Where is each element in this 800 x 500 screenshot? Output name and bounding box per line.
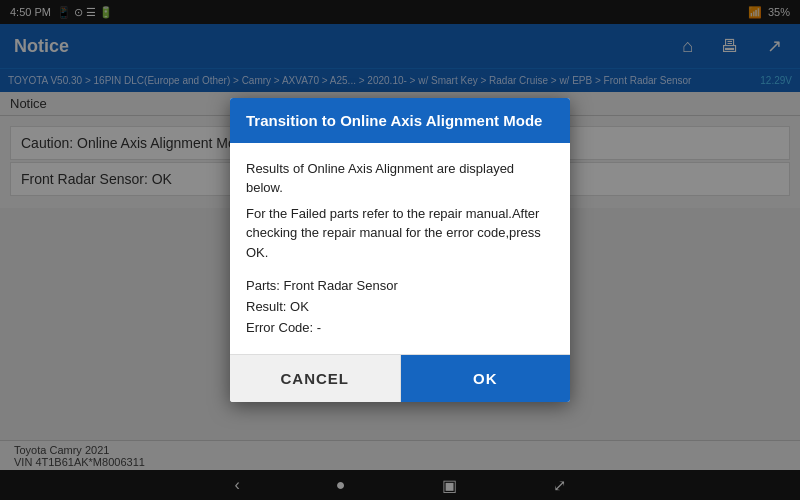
dialog-title: Transition to Online Axis Alignment Mode: [246, 112, 542, 129]
dialog-body: Results of Online Axis Alignment are dis…: [230, 143, 570, 355]
dialog-body-line1: Results of Online Axis Alignment are dis…: [246, 159, 554, 198]
parts-label: Parts: Front Radar Sensor: [246, 276, 554, 297]
dialog-parts-info: Parts: Front Radar Sensor Result: OK Err…: [246, 276, 554, 338]
cancel-button[interactable]: CANCEL: [230, 355, 401, 402]
dialog-body-line2: For the Failed parts refer to the repair…: [246, 204, 554, 263]
result-label: Result: OK: [246, 297, 554, 318]
error-code-label: Error Code: -: [246, 318, 554, 339]
dialog-header: Transition to Online Axis Alignment Mode: [230, 98, 570, 143]
modal-overlay: Transition to Online Axis Alignment Mode…: [0, 0, 800, 500]
dialog-footer: CANCEL OK: [230, 354, 570, 402]
dialog: Transition to Online Axis Alignment Mode…: [230, 98, 570, 403]
ok-button[interactable]: OK: [401, 355, 571, 402]
